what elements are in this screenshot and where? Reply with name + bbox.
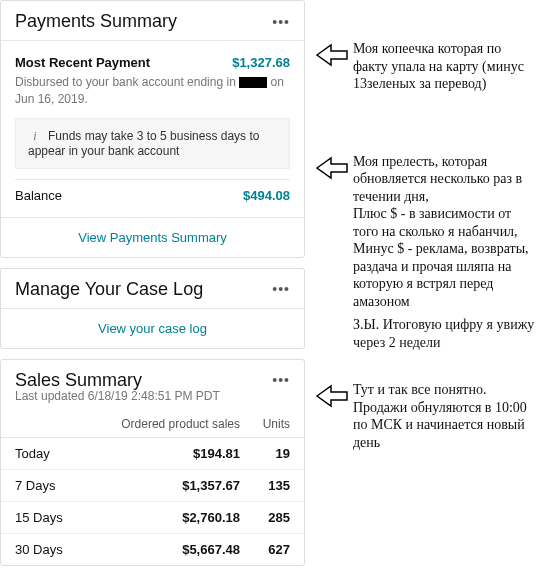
payments-header: Payments Summary ••• bbox=[1, 1, 304, 41]
arrow-left-icon bbox=[315, 42, 349, 68]
caselog-header: Manage Your Case Log ••• bbox=[1, 269, 304, 309]
units-value: 135 bbox=[240, 478, 290, 493]
caselog-card: Manage Your Case Log ••• View your case … bbox=[0, 268, 305, 349]
sales-columns: Ordered product sales Units bbox=[1, 411, 304, 438]
period: 7 Days bbox=[15, 478, 120, 493]
more-icon[interactable]: ••• bbox=[272, 14, 290, 30]
sales-title: Sales Summary bbox=[15, 370, 142, 391]
table-row: 7 Days$1,357.67135 bbox=[1, 470, 304, 502]
view-payments-link[interactable]: View Payments Summary bbox=[78, 230, 227, 245]
table-row: 15 Days$2,760.18285 bbox=[1, 502, 304, 534]
sales-value: $1,357.67 bbox=[120, 478, 240, 493]
caselog-title: Manage Your Case Log bbox=[15, 279, 203, 300]
svg-marker-1 bbox=[317, 158, 347, 178]
info-box: iFunds may take 3 to 5 business days to … bbox=[15, 118, 290, 169]
payments-footer: View Payments Summary bbox=[1, 217, 304, 257]
arrow-left-icon bbox=[315, 383, 349, 409]
annotation-2b-text: З.Ы. Итоговую цифру я увижу через 2 неде… bbox=[315, 316, 535, 351]
units-value: 627 bbox=[240, 542, 290, 557]
units-value: 285 bbox=[240, 510, 290, 525]
sales-rows: Today$194.81197 Days$1,357.6713515 Days$… bbox=[1, 438, 304, 565]
sales-updated: Last updated 6/18/19 2:48:51 PM PDT bbox=[1, 389, 304, 411]
sales-value: $5,667.48 bbox=[120, 542, 240, 557]
info-icon: i bbox=[28, 129, 42, 144]
disbursed-text: Disbursed to your bank account ending in… bbox=[15, 74, 290, 108]
sales-value: $194.81 bbox=[120, 446, 240, 461]
period: 15 Days bbox=[15, 510, 120, 525]
view-caselog-link[interactable]: View your case log bbox=[98, 321, 207, 336]
period: Today bbox=[15, 446, 120, 461]
balance-label: Balance bbox=[15, 188, 62, 203]
balance-row: Balance $494.08 bbox=[15, 179, 290, 207]
svg-marker-2 bbox=[317, 386, 347, 406]
units-value: 19 bbox=[240, 446, 290, 461]
sales-value: $2,760.18 bbox=[120, 510, 240, 525]
table-row: 30 Days$5,667.48627 bbox=[1, 534, 304, 565]
info-text: Funds may take 3 to 5 business days to a… bbox=[28, 129, 259, 158]
annotation-3-text: Тут и так все понятно. Продажи обнуляютс… bbox=[353, 381, 535, 451]
caselog-footer: View your case log bbox=[1, 309, 304, 348]
annotation-2-text: Моя прелесть, которая обновляется нескол… bbox=[353, 153, 535, 311]
period: 30 Days bbox=[15, 542, 120, 557]
annotation-1: Моя копеечка которая по факту упала на к… bbox=[315, 40, 535, 93]
payments-title: Payments Summary bbox=[15, 11, 177, 32]
more-icon[interactable]: ••• bbox=[272, 281, 290, 297]
recent-payment-value: $1,327.68 bbox=[232, 55, 290, 70]
col-sales: Ordered product sales bbox=[120, 417, 240, 431]
recent-payment-label: Most Recent Payment bbox=[15, 55, 150, 70]
recent-payment-row: Most Recent Payment $1,327.68 bbox=[15, 51, 290, 74]
redacted-account bbox=[239, 77, 267, 88]
col-units: Units bbox=[240, 417, 290, 431]
more-icon[interactable]: ••• bbox=[272, 372, 290, 388]
svg-marker-0 bbox=[317, 45, 347, 65]
payments-card: Payments Summary ••• Most Recent Payment… bbox=[0, 0, 305, 258]
annotation-3: Тут и так все понятно. Продажи обнуляютс… bbox=[315, 381, 535, 451]
arrow-left-icon bbox=[315, 155, 349, 181]
annotation-2: Моя прелесть, которая обновляется нескол… bbox=[315, 153, 535, 311]
balance-value: $494.08 bbox=[243, 188, 290, 203]
payments-body: Most Recent Payment $1,327.68 Disbursed … bbox=[1, 41, 304, 217]
table-row: Today$194.8119 bbox=[1, 438, 304, 470]
annotation-1-text: Моя копеечка которая по факту упала на к… bbox=[353, 40, 535, 93]
sales-card: Sales Summary ••• Last updated 6/18/19 2… bbox=[0, 359, 305, 566]
